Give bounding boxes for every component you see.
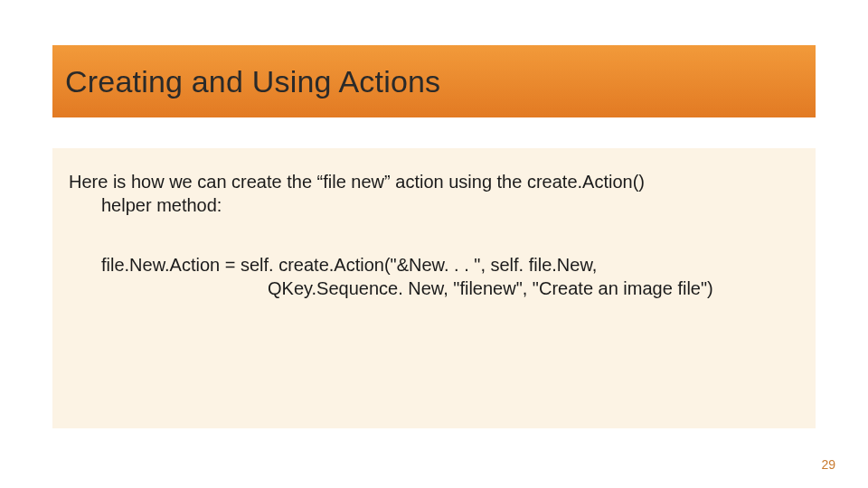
- intro-paragraph: Here is how we can create the “file new”…: [69, 170, 799, 217]
- page-number: 29: [821, 457, 835, 472]
- slide-title: Creating and Using Actions: [65, 64, 440, 99]
- intro-line-2: helper method:: [69, 193, 799, 217]
- content-body: Here is how we can create the “file new”…: [52, 148, 816, 428]
- code-line-1: file.New.Action = self. create.Action("&…: [101, 253, 799, 277]
- title-bar: Creating and Using Actions: [52, 45, 816, 117]
- code-line-2: QKey.Sequence. New, "filenew", "Create a…: [101, 277, 799, 300]
- slide: Creating and Using Actions Here is how w…: [0, 0, 868, 488]
- code-block: file.New.Action = self. create.Action("&…: [69, 253, 799, 300]
- intro-line-1: Here is how we can create the “file new”…: [69, 170, 799, 193]
